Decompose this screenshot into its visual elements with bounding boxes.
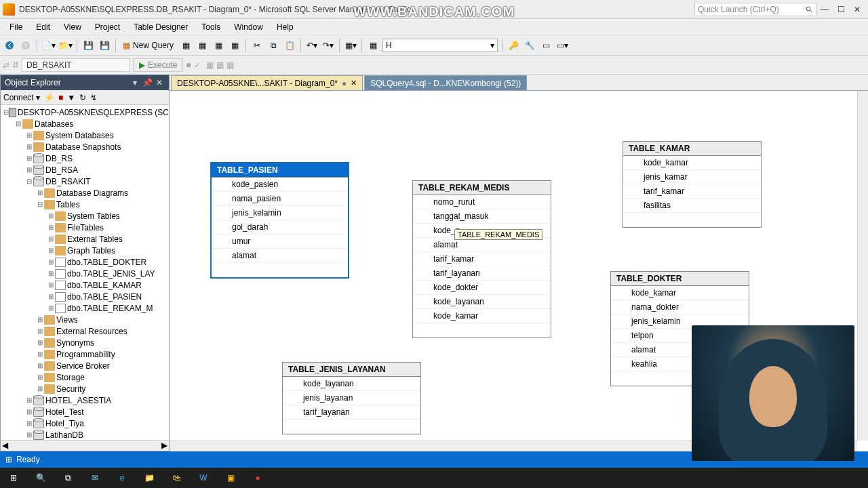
table-column[interactable]: alamat xyxy=(212,249,348,263)
word-icon[interactable]: W xyxy=(190,468,217,488)
table-column[interactable]: kode_pasien xyxy=(212,178,348,192)
panel-dropdown-icon[interactable]: ▾ xyxy=(130,77,140,88)
tree-folder[interactable]: ⊞Views xyxy=(1,314,169,325)
new-item-button[interactable]: 📄▾ xyxy=(41,38,56,53)
tree-folder[interactable]: ⊞FileTables xyxy=(1,222,169,233)
tree-folder[interactable]: ⊞Programmability xyxy=(1,348,169,360)
table-column-empty[interactable] xyxy=(283,420,420,434)
table-header[interactable]: TABLE_DOKTER xyxy=(611,272,749,286)
tree-table[interactable]: ⊞dbo.TABLE_KAMAR xyxy=(1,279,169,291)
table-column[interactable]: umur xyxy=(212,235,348,249)
tab-close-icon[interactable]: ✕ xyxy=(351,79,357,87)
relation-icon[interactable]: 🔧 xyxy=(523,38,536,53)
table-column[interactable]: tarif_layanan xyxy=(283,405,420,420)
execute-button[interactable]: ▶Execute xyxy=(133,58,183,72)
tree-folder[interactable]: ⊞Graph Tables xyxy=(1,245,169,256)
minimize-button[interactable]: — xyxy=(816,1,833,18)
menu-project[interactable]: Project xyxy=(88,22,127,32)
tree-hscroll[interactable]: ◀▶ xyxy=(1,440,169,451)
table-column[interactable]: jenis_layanan xyxy=(283,391,420,405)
tree-folder[interactable]: ⊞System Tables xyxy=(1,210,169,222)
table-column[interactable]: alamat xyxy=(413,238,551,252)
table-column[interactable]: kode_layanan xyxy=(283,377,420,391)
change-conn-icon[interactable]: ⇵ xyxy=(12,60,19,70)
key-icon[interactable]: 🔑 xyxy=(507,38,520,53)
constraint-icon[interactable]: ▭▾ xyxy=(555,38,569,53)
parse-button[interactable]: ✓ xyxy=(194,60,201,70)
tree-folder[interactable]: ⊞Security xyxy=(1,383,169,394)
table-column-empty[interactable] xyxy=(212,263,348,277)
diagram-table-pasien[interactable]: TABLE_PASIEN kode_pasien nama_pasien jen… xyxy=(210,162,349,279)
tree-table[interactable]: ⊞dbo.TABLE_REKAM_M xyxy=(1,302,169,314)
store-icon[interactable]: 🛍 xyxy=(163,468,190,488)
query-opt-icon[interactable]: ▦ xyxy=(226,60,234,70)
tree-server-node[interactable]: ⊟DESKTOP-A05SKNE\SQLEXPRESS (SC xyxy=(1,106,169,118)
db-engine-query-icon[interactable]: ▦ xyxy=(179,38,193,53)
table-column[interactable]: jenis_kelamin xyxy=(212,206,348,220)
tab-diagram[interactable]: DESKTOP-A05SKNE\...SAKIT - Diagram_0*●✕ xyxy=(171,75,363,90)
table-column[interactable]: tanggal_masuk xyxy=(413,209,551,224)
tree-db[interactable]: ⊞LatihanDB xyxy=(1,429,169,440)
table-column[interactable]: kode_kamar xyxy=(611,286,749,300)
diagram-vscroll[interactable] xyxy=(857,91,868,441)
menu-tools[interactable]: Tools xyxy=(195,22,227,32)
undo-button[interactable]: ↶▾ xyxy=(305,38,319,53)
tree-db[interactable]: ⊞Hotel_Tiya xyxy=(1,418,169,429)
tree-table[interactable]: ⊞dbo.TABLE_JENIS_LAY xyxy=(1,268,169,279)
mail-icon[interactable]: ✉ xyxy=(81,468,108,488)
stop-icon[interactable]: ■ xyxy=(58,93,63,102)
mdx-query-icon[interactable]: ▦ xyxy=(195,38,209,53)
tree-folder[interactable]: ⊞External Resources xyxy=(1,325,169,337)
tab-sqlquery[interactable]: SQLQuery4.sql - D...KNE\Kombongi (52)) xyxy=(364,75,527,90)
script-icon[interactable]: ↯ xyxy=(90,93,97,102)
table-column[interactable]: gol_darah xyxy=(212,220,348,235)
table-column[interactable]: nomo_rurut xyxy=(413,195,551,209)
table-column[interactable]: nama_dokter xyxy=(611,300,749,314)
save-all-button[interactable]: 💾 xyxy=(98,38,111,53)
tree-db[interactable]: ⊞Hotel_Test xyxy=(1,406,169,418)
table-column[interactable]: tarif_layanan xyxy=(413,266,551,281)
copy-button[interactable]: ⧉ xyxy=(267,38,280,53)
panel-pin-icon[interactable]: 📌 xyxy=(142,77,153,88)
menu-view[interactable]: View xyxy=(57,22,88,32)
new-query-button[interactable]: ▦New Query xyxy=(120,38,176,53)
table-column[interactable]: kode_layanan xyxy=(413,295,551,309)
nav-fwd-button[interactable] xyxy=(19,38,33,53)
tree-databases-node[interactable]: ⊟Databases xyxy=(1,118,169,129)
menu-edit[interactable]: Edit xyxy=(29,22,57,32)
tree-folder[interactable]: ⊞Service Broker xyxy=(1,360,169,371)
table-column[interactable]: kode_dokter xyxy=(413,281,551,295)
table-name-combo[interactable]: H▾ xyxy=(382,39,498,52)
disconnect-icon[interactable]: ⇄ xyxy=(3,60,9,70)
tree-folder[interactable]: ⊞External Tables xyxy=(1,233,169,245)
redo-button[interactable]: ↷▾ xyxy=(321,38,335,53)
task-view-button[interactable]: ⧉ xyxy=(54,468,81,488)
diagram-table-layanan[interactable]: TABLE_JENIS_LAYANAN kode_layanan jenis_l… xyxy=(282,362,421,434)
table-column[interactable]: jenis_kamar xyxy=(623,170,761,184)
menu-table-designer[interactable]: Table Designer xyxy=(127,22,195,32)
search-button[interactable]: 🔍 xyxy=(27,468,54,488)
tree-db[interactable]: ⊞HOTEL_ASESTIA xyxy=(1,394,169,406)
paste-button[interactable]: 📋 xyxy=(283,38,296,53)
tree-db[interactable]: ⊞DB_RSA xyxy=(1,164,169,176)
diagram-table-kamar[interactable]: TABLE_KAMAR kode_kamar jenis_kamar tarif… xyxy=(623,141,762,228)
table-column[interactable]: fasilitas xyxy=(623,199,761,213)
refresh-icon[interactable]: ↻ xyxy=(79,93,86,102)
dmx-query-icon[interactable]: ▦ xyxy=(212,38,225,53)
tree-db[interactable]: ⊞DB_RS xyxy=(1,152,169,164)
table-column[interactable]: nama_pasien xyxy=(212,192,348,206)
diagram-table-rekam[interactable]: TABLE_REKAM_MEDIS nomo_rurut tanggal_mas… xyxy=(412,180,551,338)
maximize-button[interactable]: ☐ xyxy=(833,1,849,18)
ssms-taskbar-icon[interactable]: ▣ xyxy=(217,468,244,488)
connect-button[interactable]: Connect ▾ xyxy=(3,93,40,102)
disconnect-icon[interactable]: ⚡ xyxy=(44,93,54,102)
filter-icon[interactable]: ▼ xyxy=(67,93,75,102)
tree-folder[interactable]: ⊞Storage xyxy=(1,371,169,383)
table-header[interactable]: TABLE_PASIEN xyxy=(212,163,348,178)
menu-file[interactable]: File xyxy=(3,22,29,32)
nav-back-button[interactable] xyxy=(3,38,16,53)
menu-help[interactable]: Help xyxy=(270,22,300,32)
record-icon[interactable]: ● xyxy=(244,468,271,488)
table-column-empty[interactable] xyxy=(623,213,761,227)
tree-table[interactable]: ⊞dbo.TABLE_PASIEN xyxy=(1,291,169,302)
